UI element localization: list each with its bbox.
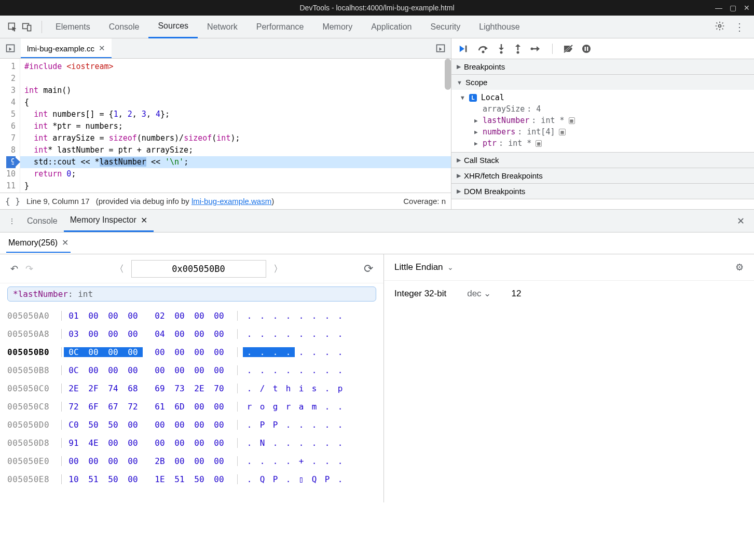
code-line[interactable]: int arraySize = sizeof(numbers)/sizeof(i…	[20, 132, 451, 144]
prev-page-icon[interactable]: 〈	[115, 263, 124, 275]
svg-point-10	[531, 47, 533, 50]
tab-application[interactable]: Application	[362, 16, 421, 38]
memory-icon[interactable]: ▦	[536, 140, 542, 147]
step-into-icon[interactable]	[497, 44, 505, 54]
close-icon[interactable]: ✕	[99, 44, 105, 53]
navigator-toggle-icon[interactable]	[0, 43, 21, 53]
chevron-down-icon: ⌄	[484, 288, 491, 299]
deactivate-breakpoints-icon[interactable]	[563, 44, 573, 53]
hex-row[interactable]: 005050C8726F6772616D0000rogram..	[7, 398, 376, 416]
svg-rect-6	[465, 45, 467, 52]
device-toggle-icon[interactable]	[22, 22, 32, 32]
memory-tab[interactable]: Memory(256) ✕	[6, 234, 71, 253]
tab-console[interactable]: Console	[100, 16, 149, 38]
file-tab[interactable]: lmi-bug-example.cc ✕	[21, 38, 112, 58]
endian-selector[interactable]: Little Endian ⌄ ⚙	[384, 254, 754, 281]
dom-section[interactable]: ▶DOM Breakpoints	[451, 184, 754, 199]
svg-rect-15	[587, 47, 588, 51]
drawer-menu-icon[interactable]: ⋮	[3, 217, 21, 225]
scope-var[interactable]: ▶ptr: int *▦	[474, 138, 754, 149]
step-out-icon[interactable]	[514, 44, 522, 54]
hex-row[interactable]: 005050E0000000002B000000....+...	[7, 452, 376, 470]
code-line[interactable]: return 0;	[20, 168, 451, 180]
address-input[interactable]	[131, 260, 266, 278]
breakpoints-section[interactable]: ▶Breakpoints	[451, 59, 754, 74]
code-line[interactable]: std::cout << *lastNumber << '\n';	[20, 156, 451, 168]
main-tabbar: ElementsConsoleSourcesNetworkPerformance…	[0, 16, 754, 38]
next-page-icon[interactable]: 〉	[273, 263, 283, 275]
debug-info-link[interactable]: lmi-bug-example.wasm	[191, 197, 271, 206]
drawer-close-icon[interactable]: ✕	[737, 215, 751, 227]
hex-row[interactable]: 005050C02E2F746869732E70./this.p	[7, 379, 376, 398]
code-line[interactable]: }	[20, 180, 451, 192]
maximize-button[interactable]: ▢	[730, 4, 736, 12]
window-title: DevTools - localhost:4000/lmi-bug-exampl…	[299, 4, 454, 12]
step-over-icon[interactable]	[477, 44, 489, 53]
hex-row[interactable]: 005050A00100000002000000........	[7, 307, 376, 325]
svg-point-9	[517, 51, 519, 53]
scrollbar[interactable]	[445, 59, 451, 90]
scope-var[interactable]: arraySize: 4	[474, 103, 754, 115]
code-line[interactable]: int *ptr = numbers;	[20, 120, 451, 132]
hex-row[interactable]: 005050D0C050500000000000.PP.....	[7, 416, 376, 434]
hex-row[interactable]: 005050B80C00000000000000........	[7, 361, 376, 379]
tab-sources[interactable]: Sources	[148, 16, 198, 38]
tab-network[interactable]: Network	[198, 16, 247, 38]
coverage-label: Coverage: n	[403, 197, 446, 206]
code-line[interactable]: int main()	[20, 85, 451, 97]
file-tab-name: lmi-bug-example.cc	[27, 44, 94, 53]
xhr-section[interactable]: ▶XHR/fetch Breakpoints	[451, 168, 754, 183]
code-line[interactable]: #include <iostream>	[20, 61, 451, 73]
drawer-tab-memory-inspector[interactable]: Memory Inspector✕	[64, 210, 154, 232]
tab-lighthouse[interactable]: Lighthouse	[470, 16, 529, 38]
tab-elements[interactable]: Elements	[46, 16, 100, 38]
code-line[interactable]: int numbers[] = {1, 2, 3, 4};	[20, 108, 451, 120]
more-icon[interactable]: ⋮	[734, 21, 745, 33]
hex-row[interactable]: 005050B00C00000000000000........	[7, 343, 376, 361]
close-icon[interactable]: ✕	[62, 238, 68, 248]
debugger-toggle-icon[interactable]	[435, 43, 451, 53]
tab-security[interactable]: Security	[421, 16, 470, 38]
format-selector[interactable]: dec⌄	[467, 288, 490, 299]
tab-memory[interactable]: Memory	[313, 16, 362, 38]
settings-icon[interactable]: ⚙	[735, 262, 744, 273]
scope-var[interactable]: ▶numbers: int[4]▦	[474, 126, 754, 138]
code-line[interactable]: int* lastNumber = ptr + arraySize;	[20, 144, 451, 156]
code-line[interactable]	[20, 73, 451, 85]
file-tabbar: lmi-bug-example.cc ✕	[0, 38, 451, 59]
callstack-section[interactable]: ▶Call Stack	[451, 153, 754, 168]
memory-icon[interactable]: ▦	[569, 117, 575, 124]
tab-performance[interactable]: Performance	[247, 16, 313, 38]
scope-local[interactable]: ▼LLocal	[461, 92, 754, 103]
pretty-print-icon[interactable]: { }	[5, 196, 20, 206]
close-icon[interactable]: ✕	[141, 215, 147, 225]
interpreted-value: 12	[512, 289, 522, 299]
svg-rect-2	[28, 25, 31, 31]
svg-point-7	[482, 50, 485, 53]
redo-icon[interactable]: ↷	[25, 263, 33, 275]
code-editor[interactable]: 123456789101112 #include <iostream>int m…	[0, 59, 451, 193]
memory-toolbar: ↶ ↷ 〈 〉 ⟳	[0, 254, 383, 283]
inspect-element-icon[interactable]	[7, 22, 18, 32]
refresh-icon[interactable]: ⟳	[364, 262, 373, 276]
pause-exceptions-icon[interactable]	[582, 44, 591, 53]
minimize-button[interactable]: —	[715, 4, 722, 12]
undo-icon[interactable]: ↶	[10, 263, 18, 275]
svg-rect-14	[585, 47, 586, 51]
drawer-tab-console[interactable]: Console	[21, 211, 64, 231]
close-button[interactable]: ✕	[744, 4, 750, 12]
memory-icon[interactable]: ▦	[559, 129, 565, 135]
resume-icon[interactable]	[459, 44, 469, 53]
hex-row[interactable]: 005050E8105150001E515000.QP.▯QP.	[7, 470, 376, 488]
code-line[interactable]: {	[20, 97, 451, 108]
hex-row[interactable]: 005050A80300000004000000........	[7, 325, 376, 343]
scope-section[interactable]: ▼Scope	[451, 75, 754, 90]
hex-row[interactable]: 005050D8914E000000000000.N......	[7, 434, 376, 452]
settings-icon[interactable]	[715, 21, 725, 33]
highlight-chip[interactable]: *lastNumber: int	[7, 286, 376, 302]
scope-var[interactable]: ▶lastNumber: int *▦	[474, 115, 754, 126]
drawer-tabbar: ⋮ Console Memory Inspector✕ ✕	[0, 210, 754, 233]
hex-viewer[interactable]: 005050A00100000002000000........005050A8…	[0, 305, 383, 490]
code-line[interactable]	[20, 192, 451, 193]
step-icon[interactable]	[530, 45, 542, 53]
